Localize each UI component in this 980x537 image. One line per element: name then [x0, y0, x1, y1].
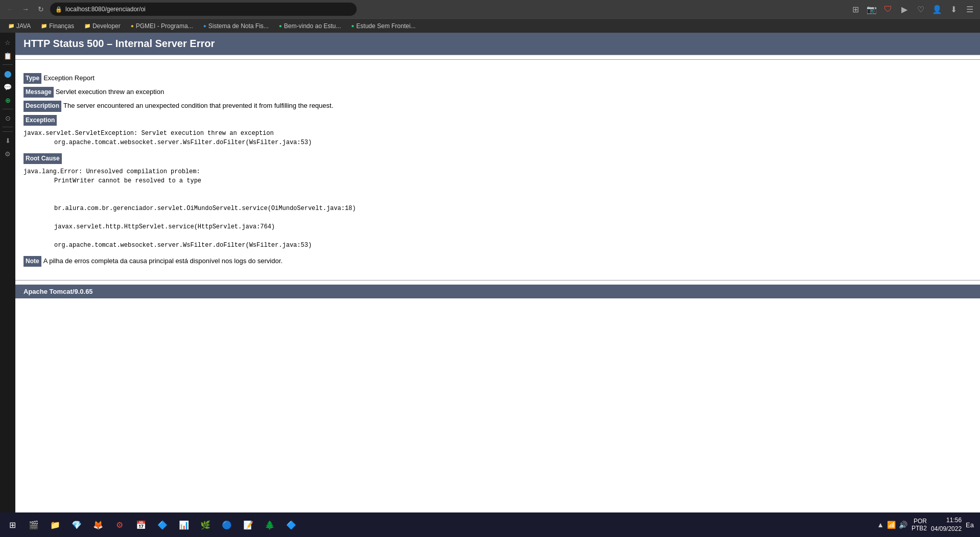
browser-toolbar: ← → ↻ 🔒 ⊞ 📷 🛡 ▶ ♡ 👤 ⬇ ☰ — [0, 0, 980, 18]
type-value: Exception Report — [43, 74, 95, 82]
bookmark-developer-label: Developer — [92, 22, 121, 30]
toolbar-icons: ⊞ 📷 🛡 ▶ ♡ 👤 ⬇ ☰ — [849, 3, 976, 15]
sidebar-icon-circle[interactable]: ⊙ — [2, 112, 13, 124]
left-sidebar: ☆ 📋 ⬤ 💬 ⊕ ⊙ ⬇ ⚙ — [0, 33, 15, 512]
sidebar-icon-messenger[interactable]: 💬 — [2, 81, 13, 92]
dot-icon: ● — [279, 23, 282, 29]
exception-line-1: javax.servlet.ServletException: Servlet … — [24, 130, 274, 137]
error-footer: Apache Tomcat/9.0.65 — [15, 285, 980, 298]
folder-icon: 📁 — [41, 23, 47, 29]
folder-icon: 📁 — [84, 23, 90, 29]
note-value: A pilha de erros completa da causa princ… — [43, 257, 283, 265]
bookmark-java[interactable]: 📁 JAVA — [4, 21, 35, 31]
screenshot-icon[interactable]: 📷 — [866, 3, 878, 15]
back-button[interactable]: ← — [4, 3, 16, 15]
dot-icon: ● — [131, 23, 134, 29]
exception-stacktrace: javax.servlet.ServletException: Servlet … — [24, 129, 972, 147]
bookmark-pgmei[interactable]: ● PGMEI - Programa... — [127, 21, 197, 31]
bookmarks-bar: 📁 JAVA 📁 Finanças 📁 Developer ● PGMEI - … — [0, 18, 980, 33]
main-content: HTTP Status 500 – Internal Server Error … — [15, 33, 980, 512]
bookmark-estude-label: Estude Sem Frontei... — [356, 22, 415, 30]
dot-icon: ● — [203, 23, 206, 29]
root-cause-section: Root Cause — [24, 153, 972, 164]
root-cause-label: Root Cause — [24, 153, 62, 164]
type-label: Type — [24, 73, 41, 84]
sidebar-icon-star[interactable]: ☆ — [2, 37, 13, 48]
error-page: HTTP Status 500 – Internal Server Error … — [15, 33, 980, 298]
download-icon[interactable]: ⬇ — [947, 3, 960, 15]
sidebar-icon-dot[interactable]: ⬤ — [2, 68, 13, 79]
browser-chrome: ← → ↻ 🔒 ⊞ 📷 🛡 ▶ ♡ 👤 ⬇ ☰ 📁 JAVA 📁 Finança… — [0, 0, 980, 33]
message-value: Servlet execution threw an exception — [56, 88, 164, 96]
bookmark-pgmei-label: PGMEI - Programa... — [136, 22, 193, 30]
refresh-button[interactable]: ↻ — [35, 3, 47, 15]
bookmark-nota-label: Sistema de Nota Fis... — [208, 22, 269, 30]
error-title: HTTP Status 500 – Internal Server Error — [15, 33, 980, 55]
description-value: The server encountered an unexpected con… — [63, 102, 333, 109]
description-section: DescriptionThe server encountered an une… — [24, 101, 972, 111]
root-cause-line-1: java.lang.Error: Unresolved compilation … — [24, 168, 200, 175]
dot-icon: ● — [351, 23, 354, 29]
sidebar-divider-1 — [3, 64, 13, 65]
bookmark-financas-label: Finanças — [49, 22, 74, 30]
menu-icon[interactable]: ☰ — [964, 3, 976, 15]
lock-icon: 🔒 — [55, 6, 62, 13]
bookmark-estude[interactable]: ● Estude Sem Frontei... — [347, 21, 419, 31]
bookmark-bemvindo-label: Bem-vindo ao Estu... — [284, 22, 341, 30]
sidebar-icon-download[interactable]: ⬇ — [2, 135, 13, 146]
note-label: Note — [24, 256, 41, 267]
sidebar-divider-2 — [3, 109, 13, 109]
message-section: MessageServlet execution threw an except… — [24, 87, 972, 98]
extensions-icon[interactable]: ⊞ — [849, 3, 861, 15]
note-section: NoteA pilha de erros completa da causa p… — [24, 256, 972, 267]
message-label: Message — [24, 87, 54, 98]
description-label: Description — [24, 101, 61, 111]
root-cause-line-3: br.alura.com.br.gerenciador.servlet.OiMu… — [24, 204, 972, 213]
bookmark-developer[interactable]: 📁 Developer — [80, 21, 125, 31]
exception-label: Exception — [24, 115, 57, 126]
heart-icon[interactable]: ♡ — [915, 3, 927, 15]
url-input[interactable] — [65, 6, 352, 13]
root-cause-line-5: org.apache.tomcat.websocket.server.WsFil… — [24, 241, 972, 250]
root-cause-line-2: PrintWriter cannot be resolved to a type — [24, 176, 972, 185]
header-divider — [15, 59, 980, 60]
root-cause-line-4: javax.servlet.http.HttpServlet.service(H… — [24, 222, 972, 231]
exception-section: Exception — [24, 115, 972, 126]
profile-icon[interactable]: 👤 — [931, 3, 943, 15]
shield-icon[interactable]: 🛡 — [882, 3, 894, 15]
sidebar-divider-4 — [3, 131, 13, 132]
footer-divider — [15, 280, 980, 281]
bookmark-bemvindo[interactable]: ● Bem-vindo ao Estu... — [275, 21, 345, 31]
play-icon[interactable]: ▶ — [898, 3, 911, 15]
folder-icon: 📁 — [8, 23, 14, 29]
sidebar-icon-settings[interactable]: ⚙ — [2, 148, 13, 159]
bookmark-financas[interactable]: 📁 Finanças — [37, 21, 78, 31]
bookmark-java-label: JAVA — [16, 22, 31, 30]
sidebar-icon-whatsapp[interactable]: ⊕ — [2, 95, 13, 106]
root-cause-stacktrace: java.lang.Error: Unresolved compilation … — [24, 167, 972, 250]
exception-line-2: org.apache.tomcat.websocket.server.WsFil… — [24, 138, 972, 147]
type-section: TypeException Report — [24, 73, 972, 84]
sidebar-divider-3 — [3, 127, 13, 127]
forward-button[interactable]: → — [19, 3, 32, 15]
bookmark-nota[interactable]: ● Sistema de Nota Fis... — [199, 21, 273, 31]
address-bar[interactable]: 🔒 — [50, 3, 357, 16]
sidebar-icon-clipboard[interactable]: 📋 — [2, 50, 13, 61]
error-body: TypeException Report MessageServlet exec… — [15, 64, 980, 276]
